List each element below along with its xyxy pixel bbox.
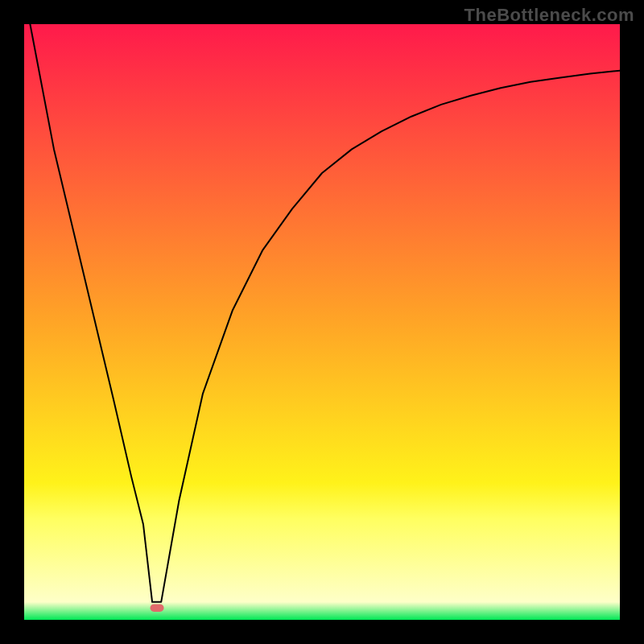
- plot-background: [24, 24, 620, 620]
- watermark-text: TheBottleneck.com: [464, 5, 634, 26]
- bottleneck-chart: [0, 0, 644, 644]
- chart-frame: TheBottleneck.com: [0, 0, 644, 644]
- optimal-marker: [151, 604, 164, 612]
